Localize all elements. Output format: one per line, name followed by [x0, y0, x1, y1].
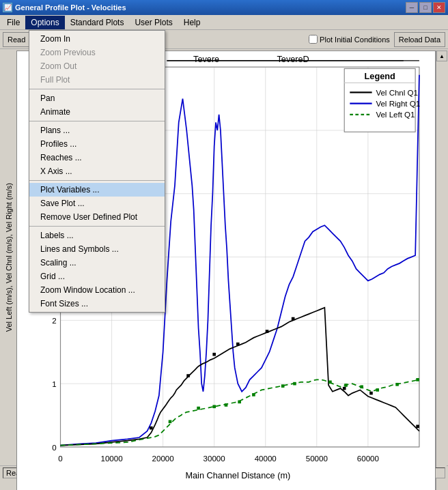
menu-bar: File Options Standard Plots User Plots H… [0, 15, 448, 30]
svg-text:30000: 30000 [204, 455, 225, 463]
svg-text:Main Channel Distance (m): Main Channel Distance (m) [185, 470, 290, 480]
menu-help[interactable]: Help [178, 16, 206, 29]
svg-text:20000: 20000 [152, 455, 174, 463]
svg-text:Tevere: Tevere [193, 54, 219, 64]
svg-rect-48 [238, 401, 241, 404]
svg-rect-39 [266, 330, 269, 333]
app-icon: 📈 [3, 3, 12, 12]
menu-scaling[interactable]: Scaling ... [29, 256, 165, 270]
svg-rect-54 [360, 385, 363, 388]
plot-initial-conditions-checkbox[interactable] [309, 35, 318, 44]
svg-text:Legend: Legend [365, 71, 395, 81]
title-buttons: ─ □ ✕ [406, 2, 445, 13]
window-title: General Profile Plot - Velocities [15, 3, 126, 12]
options-dropdown: Zoom In Zoom Previous Zoom Out Full Plot… [29, 30, 165, 313]
menu-animate[interactable]: Animate [29, 105, 165, 119]
menu-plot-variables[interactable]: Plot Variables ... [29, 183, 165, 197]
menu-save-plot[interactable]: Save Plot ... [29, 197, 165, 210]
svg-rect-50 [281, 384, 285, 388]
menu-zoom-out: Zoom Out [29, 59, 165, 73]
scroll-track-vertical [436, 61, 447, 490]
minimize-button[interactable]: ─ [406, 2, 418, 13]
menu-profiles[interactable]: Profiles ... [29, 137, 165, 151]
svg-text:60000: 60000 [357, 455, 379, 463]
svg-rect-47 [225, 403, 228, 407]
separator-4 [29, 226, 165, 227]
svg-text:10000: 10000 [101, 455, 123, 463]
menu-user-plots[interactable]: User Plots [129, 16, 178, 29]
svg-rect-41 [343, 387, 346, 390]
svg-rect-37 [212, 353, 216, 356]
svg-text:TevereD: TevereD [277, 54, 309, 64]
svg-rect-40 [292, 317, 295, 321]
title-bar: 📈 General Profile Plot - Velocities ─ □ … [0, 0, 448, 15]
scroll-up-button[interactable]: ▲ [436, 51, 447, 61]
menu-plans[interactable]: Plans ... [29, 124, 165, 137]
menu-standard-plots[interactable]: Standard Plots [65, 16, 130, 29]
svg-text:Vel Left Q1: Vel Left Q1 [376, 111, 415, 119]
svg-text:Vel Chnl Q1: Vel Chnl Q1 [376, 89, 418, 97]
y-axis-label: Vel Left (m/s), Vel Chnl (m/s), Vel Righ… [5, 183, 13, 332]
svg-rect-49 [252, 393, 255, 397]
menu-options[interactable]: Options [25, 16, 64, 29]
separator-1 [29, 89, 165, 89]
vertical-scrollbar[interactable]: ▲ ▼ [436, 51, 447, 490]
separator-2 [29, 121, 165, 121]
svg-rect-51 [293, 382, 296, 386]
menu-labels[interactable]: Labels ... [29, 229, 165, 242]
svg-rect-43 [416, 424, 419, 428]
svg-rect-44 [169, 420, 172, 424]
menu-zoom-window[interactable]: Zoom Window Location ... [29, 283, 165, 297]
svg-rect-45 [197, 407, 200, 410]
svg-rect-42 [369, 392, 373, 395]
svg-text:0: 0 [58, 455, 62, 463]
svg-rect-53 [344, 384, 348, 387]
svg-text:40000: 40000 [255, 455, 277, 463]
svg-rect-46 [212, 405, 216, 408]
svg-rect-56 [395, 383, 399, 386]
svg-rect-55 [376, 388, 379, 392]
maximize-button[interactable]: □ [419, 2, 432, 13]
svg-text:1: 1 [52, 380, 56, 388]
svg-text:2: 2 [52, 317, 56, 325]
menu-zoom-previous: Zoom Previous [29, 46, 165, 59]
svg-rect-52 [328, 381, 332, 384]
read-button[interactable]: Read [3, 32, 30, 47]
svg-rect-35 [150, 427, 153, 430]
menu-file[interactable]: File [1, 16, 25, 29]
menu-x-axis[interactable]: X Axis ... [29, 164, 165, 178]
menu-zoom-in[interactable]: Zoom In [29, 32, 165, 46]
svg-rect-36 [186, 374, 190, 377]
menu-lines-symbols[interactable]: Lines and Symbols ... [29, 242, 165, 256]
svg-text:50000: 50000 [306, 455, 328, 463]
menu-reaches[interactable]: Reaches ... [29, 151, 165, 164]
svg-rect-57 [416, 378, 419, 381]
menu-full-plot: Full Plot [29, 73, 165, 87]
menu-remove-user-plot[interactable]: Remove User Defined Plot [29, 210, 165, 224]
menu-font-sizes[interactable]: Font Sizes ... [29, 297, 165, 311]
svg-rect-38 [236, 343, 240, 346]
y-axis-label-container: Vel Left (m/s), Vel Chnl (m/s), Vel Righ… [1, 51, 16, 464]
reload-data-button[interactable]: Reload Data [394, 32, 445, 47]
plot-initial-conditions-check[interactable]: Plot Initial Conditions [306, 35, 393, 44]
close-button[interactable]: ✕ [433, 2, 445, 13]
svg-text:0: 0 [52, 444, 56, 452]
menu-pan[interactable]: Pan [29, 91, 165, 105]
menu-grid[interactable]: Grid ... [29, 270, 165, 283]
separator-3 [29, 180, 165, 181]
svg-text:Vel Right Q1: Vel Right Q1 [376, 100, 420, 108]
